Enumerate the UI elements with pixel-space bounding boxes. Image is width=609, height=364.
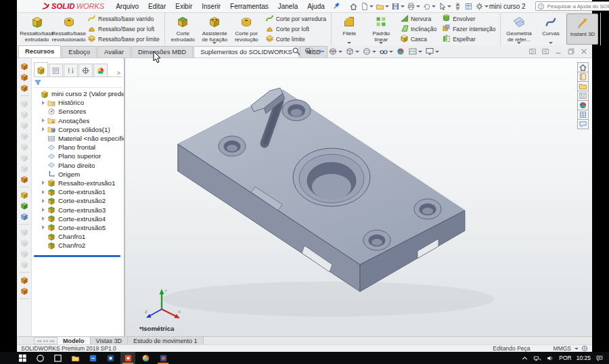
restore-doc-button[interactable] bbox=[567, 46, 575, 58]
apply-scene-dropdown-icon[interactable] bbox=[418, 51, 422, 53]
language-indicator[interactable]: POR bbox=[559, 355, 571, 361]
pm-tabs-overflow-button[interactable]: > bbox=[117, 70, 122, 76]
left-tool-bell[interactable] bbox=[19, 83, 30, 93]
file-explorer-tab[interactable] bbox=[577, 81, 589, 91]
unit-system-selector[interactable]: MMGS bbox=[554, 345, 588, 352]
action-center-icon[interactable] bbox=[595, 355, 604, 362]
options-button[interactable] bbox=[474, 1, 489, 12]
ribbon-ressalto-base-extrudado-button[interactable]: Ressalto/base extrudado bbox=[21, 14, 53, 45]
close-doc-button[interactable] bbox=[580, 46, 588, 58]
part-tab[interactable] bbox=[34, 62, 48, 76]
file-explorer-app[interactable] bbox=[68, 352, 83, 364]
print-dropdown-icon[interactable] bbox=[416, 5, 420, 7]
ribbon-geometria-de-refer-button[interactable]: Geometria de refer... bbox=[503, 14, 535, 45]
ribbon-padrao-linear-button[interactable]: Padrão linear bbox=[365, 14, 397, 45]
menu-inserir[interactable]: Inserir bbox=[197, 0, 225, 13]
ribbon-ressalto-base-por-loft-button[interactable]: Ressalto/Base por loft bbox=[86, 24, 161, 34]
tree-item-historico[interactable]: Histórico bbox=[32, 98, 124, 107]
expand-arrow-icon[interactable] bbox=[41, 127, 45, 131]
ribbon-assistente-de-furacao-button[interactable]: Assistente de furação bbox=[199, 14, 231, 45]
doc-tab-modelo[interactable]: Modelo bbox=[58, 337, 91, 344]
tag-icon[interactable] bbox=[581, 345, 588, 352]
view-orientation-dropdown-icon[interactable] bbox=[355, 51, 359, 53]
hide-show-items-dropdown-icon[interactable] bbox=[389, 51, 393, 53]
options-dropdown-icon[interactable] bbox=[484, 5, 489, 7]
zoom-fit-button[interactable] bbox=[291, 46, 302, 57]
tab-scroll-buttons[interactable]: ◂◂◂▸▸▸ bbox=[34, 337, 58, 344]
open-button[interactable] bbox=[375, 1, 390, 12]
ribbon-curvas-button[interactable]: Curvas bbox=[535, 14, 566, 45]
tray-expand-icon[interactable] bbox=[521, 355, 528, 362]
curvas-dropdown-icon[interactable] bbox=[549, 42, 553, 44]
display-pane-tab[interactable] bbox=[49, 64, 63, 76]
expand-arrow-icon[interactable] bbox=[41, 190, 45, 194]
tree-filter-row[interactable] bbox=[34, 78, 122, 88]
geometria-de-refer-dropdown-icon[interactable] bbox=[517, 42, 521, 44]
select-button[interactable] bbox=[437, 1, 452, 12]
zoom-area-button[interactable] bbox=[303, 46, 314, 57]
display-style-dropdown-icon[interactable] bbox=[372, 51, 376, 53]
display-style-button[interactable] bbox=[361, 46, 377, 57]
section-view-dropdown-icon[interactable] bbox=[338, 51, 342, 53]
expand-arrow-icon[interactable] bbox=[41, 118, 45, 122]
tree-item-anotacoes[interactable]: AAnotações bbox=[32, 116, 124, 125]
menu-exibir[interactable]: Exibir bbox=[171, 0, 197, 13]
expand-arrow-icon[interactable] bbox=[41, 199, 45, 203]
left-tool-folder[interactable] bbox=[19, 190, 30, 200]
view-orientation-button[interactable] bbox=[344, 46, 360, 57]
media-app[interactable] bbox=[156, 352, 171, 364]
graphics-viewport[interactable]: Y X Z *Isométrica bbox=[125, 58, 592, 336]
undo-dropdown-icon[interactable] bbox=[432, 5, 436, 7]
clock[interactable]: 10:25 bbox=[577, 355, 591, 361]
tree-item-corte-extrusao3[interactable]: Corte-extrusão3 bbox=[32, 205, 124, 214]
rollback-bar[interactable] bbox=[34, 255, 120, 257]
section-view-button[interactable] bbox=[328, 46, 343, 57]
expand-arrow-icon[interactable] bbox=[41, 101, 45, 105]
expand-arrow-icon[interactable] bbox=[41, 225, 45, 229]
tab-dimensoes-mbd[interactable]: Dimensões MBD bbox=[131, 46, 193, 58]
property-manager-tab[interactable] bbox=[64, 64, 78, 76]
tree-item-corte-extrusao4[interactable]: Corte-extrusão4 bbox=[32, 214, 124, 223]
new-doc-dropdown-icon[interactable] bbox=[369, 5, 374, 7]
tree-item-mini[interactable]: mini curso 2 (Valor predeterminado< bbox=[32, 89, 124, 98]
design-library-tab[interactable] bbox=[577, 72, 589, 82]
custom-properties-tab[interactable] bbox=[577, 110, 589, 120]
save-dropdown-icon[interactable] bbox=[401, 5, 405, 7]
units-dropdown-icon[interactable] bbox=[574, 348, 579, 350]
left-tool-19[interactable] bbox=[19, 286, 30, 296]
ribbon-filete-button[interactable]: Filete bbox=[334, 14, 365, 45]
expand-arrow-icon[interactable] bbox=[41, 181, 45, 185]
left-tool-18[interactable] bbox=[19, 275, 30, 285]
save-button[interactable] bbox=[390, 1, 405, 12]
ribbon-casca-button[interactable]: Casca bbox=[399, 35, 438, 44]
tree-item-chanfro2[interactable]: Chanfro2 bbox=[32, 241, 124, 250]
start-button[interactable] bbox=[15, 352, 30, 364]
doc-tab-vistas-3d[interactable]: Vistas 3D bbox=[91, 337, 128, 344]
appearances-tab[interactable] bbox=[577, 100, 589, 110]
screen-recorder-app[interactable] bbox=[120, 352, 135, 364]
tree-item-corte-extrusao1[interactable]: Corte-extrusão1 bbox=[32, 187, 124, 196]
pin-icon[interactable] bbox=[334, 2, 340, 11]
tree-item-plano[interactable]: Plano frontal bbox=[32, 143, 124, 152]
tree-item-origem[interactable]: Origem bbox=[32, 170, 124, 179]
menu-arquivo[interactable]: Arquivo bbox=[111, 0, 143, 13]
menu-ajuda[interactable]: Ajuda bbox=[302, 0, 330, 13]
print-button[interactable] bbox=[406, 1, 421, 12]
open-dropdown-icon[interactable] bbox=[385, 5, 389, 7]
app-blue-1[interactable] bbox=[85, 352, 100, 364]
minimize-doc-button[interactable] bbox=[554, 46, 562, 58]
display-manager-tab[interactable] bbox=[93, 64, 108, 76]
tree-item-plano[interactable]: Plano direito bbox=[32, 161, 124, 170]
tab-avaliar[interactable]: Avaliar bbox=[97, 46, 131, 58]
tree-item-ressalto-extrusao1[interactable]: Ressalto-extrusão1 bbox=[32, 179, 124, 187]
tab-suplementos-do-solidworks[interactable]: Suplementos do SOLIDWORKS bbox=[194, 46, 299, 58]
tab-esboco[interactable]: Esboço bbox=[62, 46, 97, 58]
ribbon-corte-limite-button[interactable]: Corte limite bbox=[264, 35, 328, 44]
menu-editar[interactable]: Editar bbox=[143, 0, 171, 13]
ribbon-ressalto-base-varrido-button[interactable]: Ressalto/base varrido bbox=[86, 14, 161, 24]
rebuild-button[interactable] bbox=[453, 1, 463, 12]
view-settings-dropdown-icon[interactable] bbox=[435, 51, 439, 53]
ribbon-corte-por-loft-button[interactable]: Corte por loft bbox=[264, 24, 328, 34]
home-tab[interactable] bbox=[577, 62, 589, 72]
task-view-button[interactable] bbox=[50, 352, 65, 364]
